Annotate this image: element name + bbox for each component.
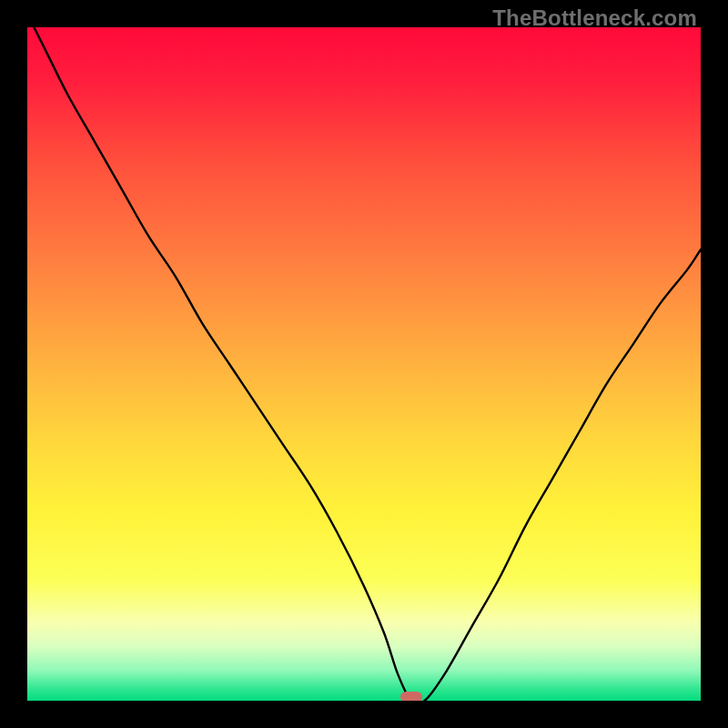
curve-layer (27, 27, 701, 701)
plot-area (27, 27, 701, 701)
chart-frame: TheBottleneck.com (0, 0, 728, 728)
bottleneck-curve (27, 27, 701, 701)
optimal-marker (400, 692, 422, 701)
watermark-text: TheBottleneck.com (492, 5, 697, 31)
